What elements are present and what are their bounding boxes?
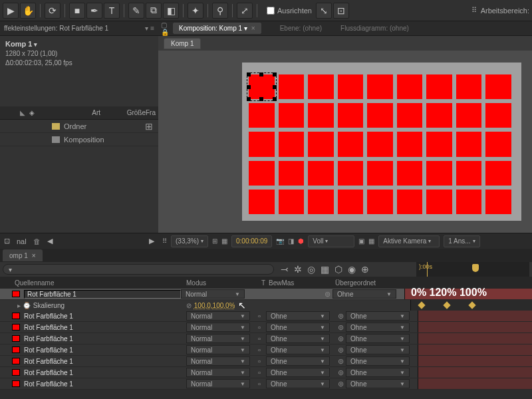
- color-chip[interactable]: [12, 313, 20, 319]
- keyframe[interactable]: [443, 301, 450, 309]
- shape[interactable]: [338, 161, 364, 186]
- dropdown[interactable]: Normal▼: [186, 334, 250, 343]
- layer-row[interactable]: Rot Farbfläche 1 Normal▼ ▫Ohne▼ ⊚ Ohne▼: [0, 344, 532, 356]
- shape[interactable]: [397, 161, 423, 186]
- shape[interactable]: [308, 103, 334, 128]
- eraser-tool-icon[interactable]: ◧: [163, 3, 179, 19]
- shape[interactable]: [456, 74, 482, 99]
- tab-layer[interactable]: Ebene: (ohne): [280, 25, 322, 32]
- col-trackmatte-t[interactable]: T: [258, 279, 269, 287]
- dropdown[interactable]: Normal▼: [181, 289, 245, 299]
- shape[interactable]: [249, 161, 275, 186]
- local-axis-icon[interactable]: ⤢: [237, 3, 253, 19]
- pickwhip-icon[interactable]: ⊚: [338, 323, 346, 332]
- shape[interactable]: [485, 190, 511, 214]
- col-trackmatte[interactable]: BewMas: [269, 279, 335, 287]
- layer-name[interactable]: Rot Farbfläche 1: [24, 369, 186, 376]
- trash-icon[interactable]: 🗑: [33, 237, 41, 245]
- pickwhip-icon[interactable]: ⊚: [338, 334, 346, 343]
- pickwhip-icon[interactable]: ⊚: [325, 290, 332, 299]
- trackmatte-toggle[interactable]: ▫: [258, 334, 266, 342]
- dropdown[interactable]: Ohne▼: [346, 323, 410, 332]
- dropdown[interactable]: Ohne▼: [266, 345, 330, 354]
- col-sourcename[interactable]: Quellenname: [0, 279, 186, 287]
- shape[interactable]: [426, 132, 452, 156]
- color-chip[interactable]: [12, 358, 20, 364]
- dropdown[interactable]: Normal▼: [186, 379, 250, 388]
- layer-name[interactable]: Rot Farbfläche 1: [24, 380, 186, 388]
- dropdown[interactable]: Ohne▼: [266, 323, 330, 332]
- shape[interactable]: [456, 190, 482, 214]
- shape[interactable]: [456, 103, 482, 128]
- camera-dropdown[interactable]: Aktive Kamera: [378, 235, 440, 247]
- property-row[interactable]: ▸ ⌚ Skalierung ⊘ 100,0,100,0% ↖ 0% 120% …: [0, 300, 532, 311]
- current-time-indicator[interactable]: [427, 262, 428, 277]
- frame-blend-icon[interactable]: ✲: [294, 264, 302, 275]
- close-icon[interactable]: ×: [32, 252, 36, 259]
- timeline-tab[interactable]: omp 1×: [3, 249, 43, 261]
- channel-icon[interactable]: ◨: [288, 237, 294, 245]
- time-ruler[interactable]: ):00s: [416, 262, 529, 277]
- col-mode[interactable]: Modus: [186, 279, 258, 287]
- shape[interactable]: [338, 132, 364, 156]
- layer-track[interactable]: [418, 344, 532, 355]
- shape[interactable]: [426, 161, 452, 186]
- scroll-right-icon[interactable]: ▶: [149, 237, 154, 245]
- layer-track[interactable]: [418, 311, 532, 321]
- snapshot-icon[interactable]: 📷: [276, 237, 284, 245]
- layer-row[interactable]: Rot Farbfläche 1 Normal▼ ▫Ohne▼ ⊚ Ohne▼: [0, 356, 532, 367]
- col-fra[interactable]: Fra: [146, 109, 156, 116]
- layer-track[interactable]: [418, 356, 532, 366]
- lock-icon[interactable]: ▢ 🔒: [161, 21, 170, 36]
- snap-edge-icon[interactable]: ⊡: [333, 3, 349, 19]
- dropdown[interactable]: Ohne▼: [332, 289, 396, 299]
- zoom-dropdown[interactable]: (33,3%): [171, 235, 208, 247]
- dropdown[interactable]: Normal▼: [186, 345, 250, 354]
- selection-tool-icon[interactable]: ▶: [3, 3, 19, 19]
- shape[interactable]: [456, 161, 482, 186]
- dropdown[interactable]: Ohne▼: [266, 368, 330, 377]
- layer-track[interactable]: [418, 322, 532, 332]
- shape[interactable]: [367, 161, 393, 186]
- dropdown[interactable]: Ohne▼: [346, 345, 410, 354]
- shape[interactable]: [308, 161, 334, 186]
- twirl-icon[interactable]: ▸ ⌚: [17, 302, 31, 309]
- workspace-label[interactable]: Arbeitsbereich:: [481, 7, 529, 15]
- timeline-search-input[interactable]: [3, 264, 274, 275]
- dropdown[interactable]: Ohne▼: [346, 379, 410, 388]
- dropdown[interactable]: Ohne▼: [266, 311, 330, 321]
- layer-name[interactable]: Rot Farbfläche 1: [24, 346, 186, 354]
- project-item-comp[interactable]: Komposition: [0, 133, 158, 146]
- roto-tool-icon[interactable]: ✦: [188, 3, 203, 19]
- shape[interactable]: [397, 103, 423, 128]
- motion-blur-icon[interactable]: ◎: [307, 264, 315, 275]
- pickwhip-icon[interactable]: ⊚: [338, 380, 346, 388]
- bpc-button[interactable]: nal: [17, 237, 27, 245]
- work-area-marker[interactable]: [472, 264, 479, 272]
- shape[interactable]: [279, 103, 305, 128]
- dropdown[interactable]: Ohne▼: [346, 334, 410, 343]
- trackmatte-toggle[interactable]: ▫: [258, 323, 266, 331]
- dropdown[interactable]: Normal▼: [186, 356, 250, 366]
- keyframe[interactable]: [418, 301, 425, 309]
- pickwhip-icon[interactable]: ⊚: [338, 312, 346, 321]
- dropdown[interactable]: Ohne▼: [266, 356, 330, 366]
- layer-track[interactable]: [418, 333, 532, 344]
- layer-row[interactable]: Rot Farbfläche 1 Normal▼ ▫Ohne▼ ⊚ Ohne▼: [0, 333, 532, 344]
- color-chip[interactable]: [12, 335, 20, 342]
- shape[interactable]: [249, 132, 275, 156]
- tab-composition[interactable]: Komposition: Komp 1 ▾×: [173, 23, 261, 34]
- layer-name[interactable]: Rot Farbfläche 1: [24, 290, 181, 299]
- shape[interactable]: [397, 190, 423, 214]
- dropdown[interactable]: Normal▼: [186, 368, 250, 377]
- col-parent[interactable]: Übergeordnet: [335, 279, 410, 287]
- layer-name[interactable]: Rot Farbfläche 1: [24, 335, 186, 342]
- layer-track[interactable]: [418, 378, 532, 389]
- align-checkbox[interactable]: Ausrichten: [267, 7, 312, 15]
- tab-flowchart[interactable]: Flussdiagramm: (ohne): [340, 25, 409, 32]
- panel-menu-icon[interactable]: ▾ ≡: [145, 25, 154, 32]
- shape[interactable]: [279, 74, 305, 99]
- layer-row[interactable]: Rot Farbfläche 1 Normal▼ ▫Ohne▼ ⊚ Ohne▼: [0, 311, 532, 322]
- layer-track[interactable]: [418, 367, 532, 378]
- shape[interactable]: [338, 190, 364, 214]
